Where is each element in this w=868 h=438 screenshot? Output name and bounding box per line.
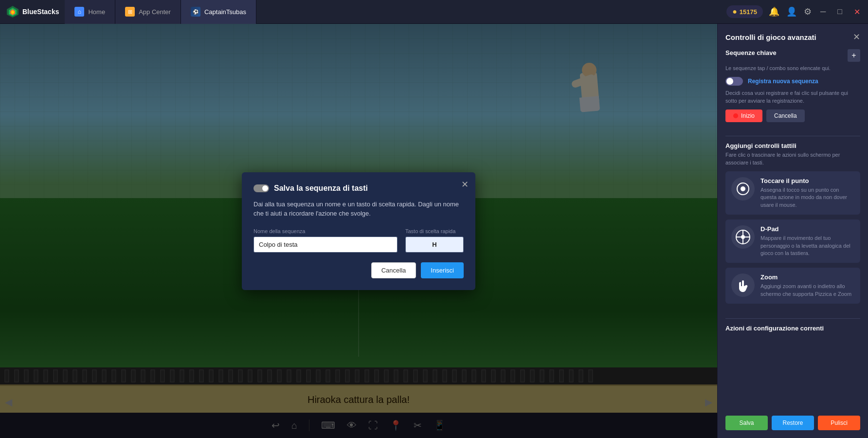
modal-cancel-button[interactable]: Cancella (371, 262, 416, 278)
dpad-desc: Mappare il movimento del tuo personaggio… (760, 235, 854, 257)
toccare-info: Toccare il punto Assegna il tocco su un … (760, 177, 854, 209)
bluestacks-logo: BlueStacks (0, 5, 65, 18)
settings-icon[interactable]: ⚙ (804, 6, 812, 17)
registra-link[interactable]: Registra nuova sequenza (748, 78, 818, 85)
shortcut-group: Tasto di scelta rapida (405, 228, 464, 253)
zoom-info: Zoom Aggiungi zoom avanti o indietro all… (760, 274, 854, 298)
sequenze-section: Sequenze chiave + Le sequenze tap / comb… (725, 49, 860, 130)
shortcut-label: Tasto di scelta rapida (405, 228, 464, 234)
record-dot (733, 113, 738, 118)
toccare-name: Toccare il punto (760, 177, 854, 184)
modal-overlay: Salva la sequenza di tasti ✕ Dai alla tu… (0, 24, 717, 438)
tab-appcenter[interactable]: ⊞ App Center (115, 0, 181, 24)
maximize-button[interactable]: □ (834, 7, 845, 16)
control-toccare[interactable]: Toccare il punto Assegna il tocco su un … (725, 171, 860, 215)
top-bar: BlueStacks ⌂ Home ⊞ App Center ⚽ Captain… (0, 0, 868, 24)
dpad-name: D-Pad (760, 225, 854, 233)
tab-list: ⌂ Home ⊞ App Center ⚽ CaptainTsubas (65, 0, 256, 24)
sequenze-title: Sequenze chiave (725, 49, 777, 56)
coin-icon: ● (732, 7, 737, 16)
modal-title: Salva la sequenza di tasti (274, 184, 368, 193)
sequence-name-group: Nome della sequenza (253, 228, 398, 253)
divider-1 (725, 136, 860, 136)
aggiungi-desc: Fare clic o trascinare le azioni sullo s… (725, 151, 860, 166)
zoom-icon (734, 276, 752, 294)
modal-description: Dai alla tua sequenza un nome e un tasto… (253, 200, 464, 219)
logo-label: BlueStacks (22, 8, 59, 16)
control-dpad[interactable]: D-Pad Mappare il movimento del tuo perso… (725, 219, 860, 263)
add-sequence-button[interactable]: + (848, 49, 860, 62)
panel-header: Controlli di gioco avanzati ✕ (725, 32, 860, 42)
panel-title: Controlli di gioco avanzati (725, 33, 816, 41)
sequenze-header-row: Sequenze chiave + (725, 49, 860, 62)
zoom-name: Zoom (760, 274, 854, 281)
right-panel: Controlli di gioco avanzati ✕ Sequenze c… (717, 24, 868, 438)
minimize-button[interactable]: ─ (817, 7, 829, 16)
tab-home[interactable]: ⌂ Home (65, 0, 115, 24)
modal-close-button[interactable]: ✕ (461, 179, 469, 190)
tab-game[interactable]: ⚽ CaptainTsubas (181, 0, 256, 24)
svg-point-72 (741, 235, 745, 239)
dpad-info: D-Pad Mappare il movimento del tuo perso… (760, 225, 854, 257)
aggiungi-section: Aggiungi controlli tattili Fare clic o t… (725, 142, 860, 309)
toccare-desc: Assegna il tocco su un punto con questa … (760, 186, 854, 209)
registra-toggle-thumb (726, 78, 733, 85)
name-label: Nome della sequenza (253, 228, 398, 234)
shortcut-input[interactable] (405, 237, 464, 253)
modal-header: Salva la sequenza di tasti (253, 184, 464, 193)
divider-2 (725, 318, 860, 319)
top-icons: 🔔 👤 ⚙ (769, 6, 812, 17)
azioni-section: Azioni di configurazione correnti (725, 325, 860, 334)
svg-point-68 (741, 186, 745, 191)
cancella-button[interactable]: Cancella (766, 110, 805, 122)
dpad-icon (734, 228, 752, 246)
panel-close-button[interactable]: ✕ (853, 32, 860, 42)
inizio-button[interactable]: Inizio (725, 110, 762, 122)
modal-toggle-thumb (262, 185, 268, 191)
save-sequence-modal: Salva la sequenza di tasti ✕ Dai alla tu… (242, 172, 475, 290)
aggiungi-title: Aggiungi controlli tattili (725, 142, 860, 149)
modal-footer: Cancella Inserisci (253, 262, 464, 278)
profile-icon[interactable]: 👤 (786, 6, 797, 17)
bluestacks-logo-icon (6, 5, 19, 18)
registra-toggle-row: Registra nuova sequenza (725, 77, 860, 86)
coins-badge: ● 15175 (726, 5, 763, 18)
toccare-icon-wrap (731, 177, 755, 201)
toccare-icon (735, 181, 751, 197)
close-window-button[interactable]: ✕ (851, 7, 863, 17)
sequence-name-input[interactable] (253, 237, 398, 253)
sequenze-desc: Le sequenze tap / combo sono elencate qu… (725, 65, 860, 72)
registra-desc: Decidi cosa vuoi registrare e fai clic s… (725, 90, 860, 105)
registra-toggle[interactable] (725, 77, 743, 86)
notification-icon[interactable]: 🔔 (769, 6, 779, 17)
modal-form-row: Nome della sequenza Tasto di scelta rapi… (253, 228, 464, 253)
control-zoom[interactable]: Zoom Aggiungi zoom avanti o indietro all… (725, 268, 860, 304)
zoom-icon-wrap (731, 274, 755, 297)
zoom-desc: Aggiungi zoom avanti o indietro allo sch… (760, 283, 854, 298)
topbar-right: ● 15175 🔔 👤 ⚙ ─ □ ✕ (726, 5, 868, 18)
panel-footer: Salva Restore Pulisci (725, 411, 860, 430)
restore-button[interactable]: Restore (772, 416, 814, 430)
azioni-title: Azioni di configurazione correnti (725, 325, 860, 332)
registra-btn-row: Inizio Cancella (725, 110, 860, 122)
salva-button[interactable]: Salva (725, 416, 768, 430)
game-area: Hiraoka cattura la palla! ◀ ▶ ↩ ⌂ ⌨ 👁 ⛶ … (0, 24, 717, 438)
modal-toggle[interactable] (253, 184, 269, 192)
modal-insert-button[interactable]: Inserisci (421, 262, 464, 278)
coins-value: 15175 (740, 8, 757, 16)
dpad-icon-wrap (731, 225, 755, 249)
pulisci-button[interactable]: Pulisci (818, 416, 860, 430)
main-area: Hiraoka cattura la palla! ◀ ▶ ↩ ⌂ ⌨ 👁 ⛶ … (0, 24, 868, 438)
